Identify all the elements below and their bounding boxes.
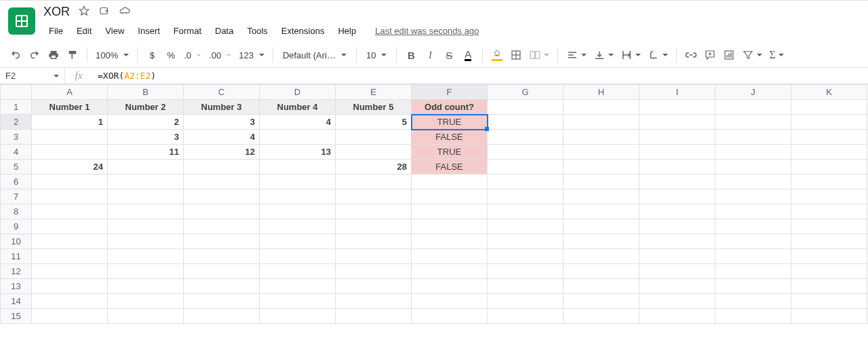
cell[interactable] xyxy=(260,204,336,219)
move-icon[interactable] xyxy=(98,5,111,19)
cell[interactable] xyxy=(108,249,184,264)
row-header[interactable]: 9 xyxy=(1,219,32,234)
text-color-button[interactable]: A xyxy=(459,45,477,65)
cell[interactable] xyxy=(715,100,791,115)
cell[interactable] xyxy=(260,249,336,264)
last-edit-link[interactable]: Last edit was seconds ago xyxy=(375,26,479,36)
cell[interactable] xyxy=(412,189,488,204)
cell[interactable] xyxy=(564,234,639,249)
cell[interactable] xyxy=(32,309,108,324)
zoom-dropdown[interactable]: 100% xyxy=(93,45,132,65)
cell[interactable]: Number 5 xyxy=(336,100,412,115)
cell[interactable] xyxy=(260,189,336,204)
cell[interactable] xyxy=(260,160,336,174)
cell[interactable]: 4 xyxy=(184,130,260,145)
cell[interactable] xyxy=(639,249,715,264)
cell[interactable] xyxy=(791,234,867,249)
cell[interactable] xyxy=(336,249,412,264)
cell[interactable] xyxy=(791,160,867,174)
cell[interactable] xyxy=(184,189,260,204)
cell[interactable] xyxy=(791,309,867,324)
cell[interactable] xyxy=(336,264,412,279)
cell[interactable] xyxy=(260,234,336,249)
cell[interactable]: TRUE xyxy=(412,145,488,160)
row-header[interactable]: 13 xyxy=(1,279,32,294)
cell[interactable] xyxy=(260,264,336,279)
cell[interactable] xyxy=(564,279,639,294)
cell[interactable] xyxy=(260,130,336,145)
cell[interactable] xyxy=(639,160,715,174)
cell[interactable] xyxy=(715,189,791,204)
cell[interactable] xyxy=(336,219,412,234)
cell[interactable] xyxy=(639,234,715,249)
cell[interactable]: FALSE xyxy=(412,160,488,174)
font-family-dropdown[interactable]: Default (Ari… xyxy=(279,45,351,65)
cell[interactable] xyxy=(336,234,412,249)
text-rotation-button[interactable] xyxy=(645,45,671,65)
cell[interactable] xyxy=(564,145,639,160)
cell[interactable] xyxy=(184,234,260,249)
cell[interactable] xyxy=(336,294,412,309)
cell[interactable] xyxy=(412,264,488,279)
cell[interactable] xyxy=(715,174,791,189)
cell[interactable] xyxy=(32,249,108,264)
cell[interactable] xyxy=(488,234,564,249)
cell[interactable] xyxy=(336,174,412,189)
menu-file[interactable]: File xyxy=(43,23,68,39)
row-header[interactable]: 7 xyxy=(1,189,32,204)
cell[interactable] xyxy=(639,219,715,234)
row-header[interactable]: 2 xyxy=(1,115,32,130)
cell[interactable] xyxy=(488,160,564,174)
col-header[interactable]: J xyxy=(715,85,791,100)
cell[interactable] xyxy=(715,249,791,264)
cell[interactable] xyxy=(791,174,867,189)
col-header[interactable]: K xyxy=(791,85,867,100)
cell[interactable] xyxy=(715,309,791,324)
row-header[interactable]: 14 xyxy=(1,294,32,309)
cell[interactable] xyxy=(260,174,336,189)
cell[interactable] xyxy=(488,189,564,204)
menu-extensions[interactable]: Extensions xyxy=(276,23,330,39)
cell[interactable] xyxy=(184,174,260,189)
menu-edit[interactable]: Edit xyxy=(71,23,97,39)
cell[interactable] xyxy=(715,204,791,219)
cell[interactable] xyxy=(32,145,108,160)
cell[interactable] xyxy=(412,234,488,249)
cell[interactable] xyxy=(260,279,336,294)
cell[interactable] xyxy=(336,204,412,219)
sheets-logo-icon[interactable] xyxy=(8,7,35,35)
cell[interactable] xyxy=(108,264,184,279)
cell[interactable] xyxy=(184,279,260,294)
cell[interactable]: Number 1 xyxy=(32,100,108,115)
decrease-decimal-button[interactable]: .0 xyxy=(181,45,205,65)
col-header[interactable]: F xyxy=(412,85,488,100)
menu-format[interactable]: Format xyxy=(168,23,207,39)
cell[interactable] xyxy=(639,264,715,279)
spreadsheet-grid[interactable]: A B C D E F G H I J K 1Number 1Number 2N… xyxy=(0,84,868,324)
cell[interactable] xyxy=(639,189,715,204)
col-header[interactable]: A xyxy=(32,85,108,100)
cell[interactable] xyxy=(488,204,564,219)
cell[interactable] xyxy=(260,294,336,309)
col-header[interactable]: E xyxy=(336,85,412,100)
cell[interactable] xyxy=(639,279,715,294)
cell[interactable]: Number 3 xyxy=(184,100,260,115)
cell[interactable] xyxy=(184,264,260,279)
cell[interactable] xyxy=(791,279,867,294)
cell[interactable] xyxy=(564,160,639,174)
cell[interactable] xyxy=(564,204,639,219)
cell[interactable] xyxy=(108,219,184,234)
cell[interactable] xyxy=(639,174,715,189)
cell[interactable] xyxy=(488,309,564,324)
vertical-align-button[interactable] xyxy=(591,45,616,65)
col-header[interactable]: G xyxy=(488,85,564,100)
menu-tools[interactable]: Tools xyxy=(241,23,273,39)
increase-decimal-button[interactable]: .00 xyxy=(206,45,235,65)
cell[interactable] xyxy=(184,309,260,324)
borders-button[interactable] xyxy=(507,45,525,65)
cell[interactable] xyxy=(108,234,184,249)
filter-button[interactable] xyxy=(739,45,765,65)
cell[interactable] xyxy=(488,130,564,145)
cell[interactable] xyxy=(488,100,564,115)
fill-color-button[interactable] xyxy=(488,45,506,65)
